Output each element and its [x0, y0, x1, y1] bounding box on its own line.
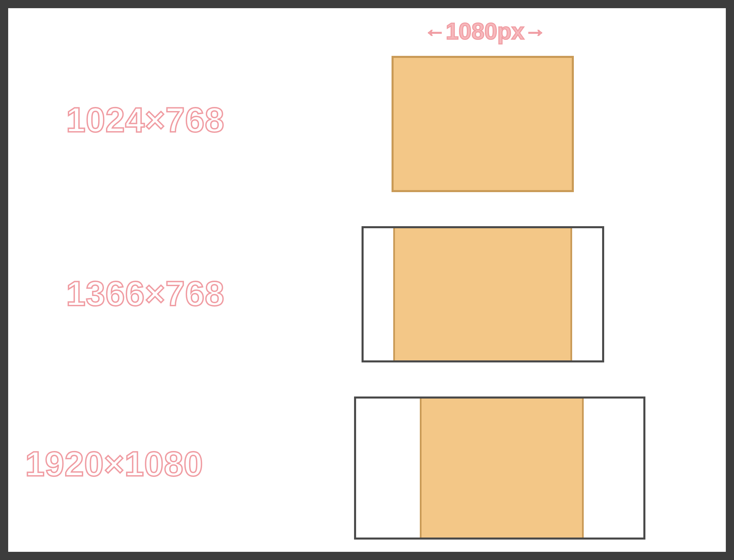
viewport-box-1366x768	[362, 226, 604, 362]
content-column-1	[392, 56, 574, 192]
arrow-right-icon: →	[524, 19, 546, 44]
viewport-box-1024x768	[392, 56, 574, 192]
viewport-box-1920x1080	[354, 396, 645, 540]
resolution-label-3: 1920×1080	[25, 444, 203, 484]
arrow-left-icon: ←	[424, 19, 446, 44]
content-width-label: ←1080px→	[424, 18, 546, 44]
resolution-label-1: 1024×768	[66, 100, 225, 140]
diagram-canvas: ←1080px→ 1024×768 1366×768 1920×1080	[8, 8, 726, 552]
content-column-2	[393, 228, 572, 360]
content-width-text: 1080px	[446, 18, 524, 44]
content-column-3	[420, 399, 584, 538]
resolution-label-2: 1366×768	[66, 274, 225, 314]
